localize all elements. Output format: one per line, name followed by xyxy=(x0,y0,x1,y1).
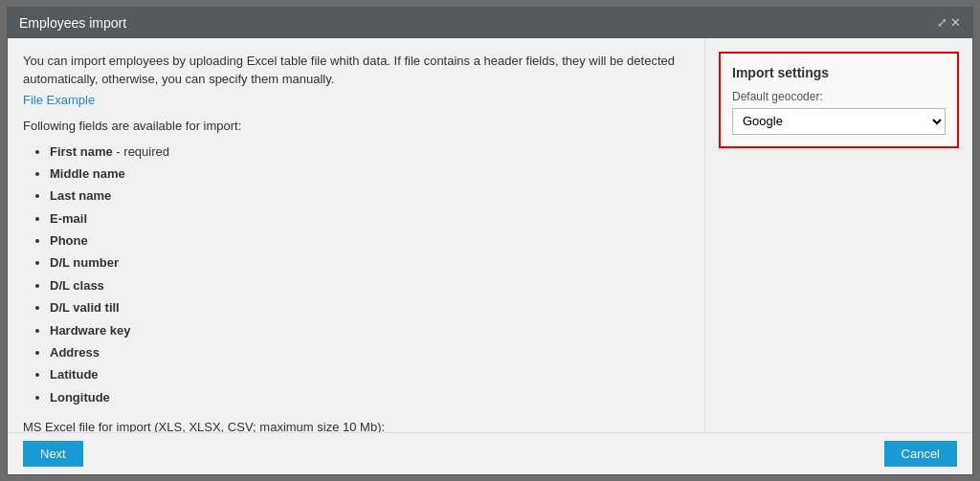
close-icon[interactable]: ✕ xyxy=(950,15,961,30)
list-item: Longitude xyxy=(50,386,689,408)
list-item: Latitude xyxy=(50,363,689,385)
intro-text: You can import employees by uploading Ex… xyxy=(23,52,689,89)
import-settings-title: Import settings xyxy=(732,65,946,80)
fields-label: Following fields are available for impor… xyxy=(23,119,689,133)
dialog-sidebar: Import settings Default geocoder: Google… xyxy=(704,38,972,432)
import-settings-box: Import settings Default geocoder: Google… xyxy=(719,52,959,148)
geocoder-select[interactable]: Google Bing OSM xyxy=(732,108,946,135)
employees-import-dialog: Employees import ⤢ ✕ You can import empl… xyxy=(7,7,973,475)
list-item: Hardware key xyxy=(50,319,689,341)
list-item: Address xyxy=(50,341,689,363)
next-button[interactable]: Next xyxy=(23,441,83,467)
dialog-body: You can import employees by uploading Ex… xyxy=(8,38,972,432)
list-item: Phone xyxy=(50,230,689,251)
list-item: D/L number xyxy=(50,251,689,273)
list-item: Middle name xyxy=(50,163,689,185)
file-example-link[interactable]: File Example xyxy=(23,93,689,107)
footer-left: Next xyxy=(23,441,83,467)
file-label: MS Excel file for import (XLS, XLSX, CSV… xyxy=(23,420,689,431)
fields-list: First name - required Middle name Last n… xyxy=(23,141,689,409)
list-item: D/L class xyxy=(50,274,689,296)
dialog-title: Employees import xyxy=(19,15,126,31)
list-item: D/L valid till xyxy=(50,296,689,318)
footer-right: Cancel xyxy=(884,441,957,467)
list-item: E-mail xyxy=(50,208,689,230)
file-section: MS Excel file for import (XLS, XLSX, CSV… xyxy=(23,420,689,431)
list-item: First name - required xyxy=(50,141,689,163)
geocoder-label: Default geocoder: xyxy=(732,90,946,103)
dialog-footer: Next Cancel xyxy=(8,432,972,474)
dialog-titlebar: Employees import ⤢ ✕ xyxy=(8,8,972,38)
dialog-main: You can import employees by uploading Ex… xyxy=(8,38,704,432)
dialog-title-icons: ⤢ ✕ xyxy=(937,15,961,30)
cancel-button[interactable]: Cancel xyxy=(884,441,957,467)
resize-icon[interactable]: ⤢ xyxy=(937,15,947,30)
list-item: Last name xyxy=(50,185,689,207)
